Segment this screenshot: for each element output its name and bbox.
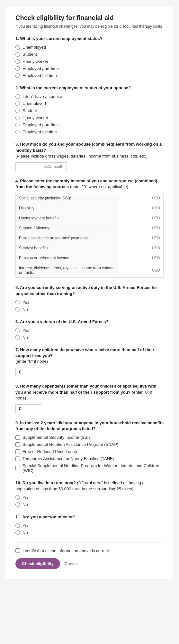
q2-option-student[interactable]: Student <box>15 108 164 113</box>
q2-radio-hourly[interactable] <box>15 116 20 120</box>
q6-label-yes: Yes <box>22 328 29 333</box>
income-input-cell-pension[interactable]: USD <box>119 253 164 263</box>
q10-radio-yes[interactable] <box>15 495 20 500</box>
q10-option-yes[interactable]: Yes <box>15 495 164 500</box>
q9-option-wic[interactable]: Special Supplemental Nutrition Program f… <box>15 463 164 473</box>
q1-option-part-time[interactable]: Employed part-time <box>15 66 164 71</box>
q11-radio-yes[interactable] <box>15 523 20 528</box>
income-input-cell-social-security[interactable]: USD <box>119 193 164 203</box>
q9-checkbox-tanf[interactable] <box>15 457 20 461</box>
q2-radio-unemployed[interactable] <box>15 101 20 106</box>
q9-checkbox-snap[interactable] <box>15 442 20 447</box>
q2-radio-no-spouse[interactable] <box>15 94 20 99</box>
q1-radio-full-time[interactable] <box>15 73 20 78</box>
income-input-cell-unemployment[interactable]: USD <box>119 213 164 223</box>
q2-option-part-time[interactable]: Employed part-time <box>15 122 164 127</box>
question-10: 10. Do you live in a rural area? (A "rur… <box>15 480 164 507</box>
income-input-cell-survivor[interactable]: USD <box>119 243 164 253</box>
q9-option-lunch[interactable]: Free or Reduced Price Lunch <box>15 449 164 454</box>
income-label-social-security: Social security (including SSI): <box>16 193 119 203</box>
q9-checkbox-wic[interactable] <box>15 466 20 470</box>
income-input-cell-support[interactable]: USD <box>119 223 164 233</box>
page-title: Check eligibility for financial aid <box>15 14 164 22</box>
q8-input-wrapper[interactable] <box>15 404 41 413</box>
question-10-label: 10. Do you live in a rural area? (A "rur… <box>15 480 164 492</box>
income-input-survivor[interactable] <box>128 246 151 250</box>
income-unit-disability: USD <box>152 206 160 210</box>
q2-radio-full-time[interactable] <box>15 130 20 134</box>
q2-option-hourly[interactable]: Hourly worker <box>15 115 164 120</box>
q5-label-yes: Yes <box>22 300 29 305</box>
q9-checkbox-lunch[interactable] <box>15 449 20 454</box>
q9-option-ssi[interactable]: Supplemental Security Income (SSI) <box>15 435 164 440</box>
q5-radio-no[interactable] <box>15 307 20 312</box>
q11-option-yes[interactable]: Yes <box>15 523 164 528</box>
q2-label-hourly: Hourly worker <box>22 115 48 120</box>
q7-number-input[interactable] <box>19 370 38 374</box>
q5-option-no[interactable]: No <box>15 307 164 312</box>
q2-option-full-time[interactable]: Employed full-time <box>15 130 164 134</box>
q2-label-student: Student <box>22 108 37 113</box>
q8-number-input[interactable] <box>19 406 38 411</box>
income-input-pension[interactable] <box>128 256 151 260</box>
income-input-public-assistance[interactable] <box>128 236 151 240</box>
q3-monthly-income-input[interactable] <box>19 164 42 169</box>
income-input-social-security[interactable] <box>128 196 151 200</box>
q6-radio-no[interactable] <box>15 335 20 340</box>
certify-label: I certify that all the information above… <box>22 548 109 553</box>
q5-option-yes[interactable]: Yes <box>15 300 164 305</box>
question-2: 2. What is the current employment status… <box>15 85 164 134</box>
q6-radio-yes[interactable] <box>15 328 20 332</box>
q1-option-unemployed[interactable]: Unemployed <box>15 45 164 50</box>
page-subtitle: If you are facing financial challenges, … <box>15 24 164 29</box>
q1-option-student[interactable]: Student <box>15 52 164 57</box>
q3-input-wrapper[interactable]: USD/month <box>15 162 67 171</box>
question-6-label: 6. Are you a veteran of the U.S. Armed F… <box>15 319 164 325</box>
q7-input-wrapper[interactable] <box>15 368 41 376</box>
q2-option-no-spouse[interactable]: I don't have a spouse <box>15 94 164 99</box>
q2-radio-student[interactable] <box>15 109 20 113</box>
check-eligibility-button[interactable]: Check eligibility <box>15 558 60 569</box>
income-input-interest[interactable] <box>128 268 151 273</box>
q2-option-unemployed[interactable]: Unemployed <box>15 101 164 106</box>
income-unit-survivor: USD <box>152 246 160 250</box>
q11-radio-no[interactable] <box>15 530 20 535</box>
q10-option-no[interactable]: No <box>15 502 164 507</box>
income-unit-public-assistance: USD <box>152 236 160 240</box>
q6-option-yes[interactable]: Yes <box>15 328 164 333</box>
q1-radio-part-time[interactable] <box>15 66 20 71</box>
q9-option-snap[interactable]: Supplemental Nutrition Assistance Progra… <box>15 442 164 447</box>
q1-option-hourly[interactable]: Hourly worker <box>15 59 164 64</box>
certify-row[interactable]: I certify that all the information above… <box>15 548 164 553</box>
q9-checkbox-ssi[interactable] <box>15 435 20 440</box>
question-6: 6. Are you a veteran of the U.S. Armed F… <box>15 319 164 340</box>
q2-label-part-time: Employed part-time <box>22 122 59 127</box>
question-8: 8. How many dependents (other than your … <box>15 383 164 413</box>
income-input-unemployment[interactable] <box>128 216 151 220</box>
cancel-button[interactable]: Cancel <box>63 558 79 569</box>
question-3-label: 3. How much do you and your spouse (comb… <box>15 141 164 159</box>
certify-checkbox[interactable] <box>15 548 20 553</box>
q2-label-unemployed: Unemployed <box>22 101 46 106</box>
income-input-cell-interest[interactable]: USD <box>119 263 164 278</box>
income-input-disability[interactable] <box>128 206 151 210</box>
q1-radio-unemployed[interactable] <box>15 45 20 50</box>
q9-option-tanf[interactable]: Temporary Assistance for Needy Families … <box>15 456 164 461</box>
q10-radio-no[interactable] <box>15 502 20 507</box>
q6-label-no: No <box>22 335 28 340</box>
income-row-unemployment: Unemployment benefits: USD <box>16 213 164 223</box>
q5-radio-yes[interactable] <box>15 300 20 304</box>
q1-option-full-time[interactable]: Employed full-time <box>15 73 164 78</box>
q6-option-no[interactable]: No <box>15 335 164 340</box>
income-input-cell-disability[interactable]: USD <box>119 203 164 213</box>
income-row-support: Support / Alimony: USD <box>16 223 164 233</box>
q1-radio-student[interactable] <box>15 52 20 57</box>
question-1-label: 1. What is your current employment statu… <box>15 36 164 42</box>
income-input-cell-public-assistance[interactable]: USD <box>119 233 164 243</box>
q1-label-unemployed: Unemployed <box>22 45 46 50</box>
income-input-support[interactable] <box>128 226 151 230</box>
q1-radio-hourly[interactable] <box>15 59 20 64</box>
q2-radio-part-time[interactable] <box>15 123 20 127</box>
q11-option-no[interactable]: No <box>15 530 164 535</box>
income-row-disability: Disability: USD <box>16 203 164 213</box>
